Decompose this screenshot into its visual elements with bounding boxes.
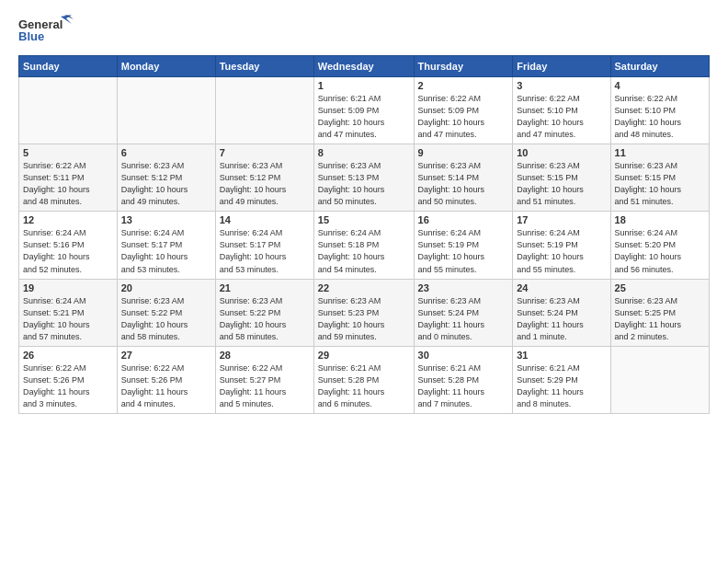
day-number: 25 <box>615 282 705 293</box>
calendar-cell: 30Sunrise: 6:21 AM Sunset: 5:28 PM Dayli… <box>414 346 513 413</box>
day-number: 11 <box>615 147 705 158</box>
day-number: 22 <box>318 282 410 293</box>
calendar-cell: 21Sunrise: 6:23 AM Sunset: 5:22 PM Dayli… <box>215 279 313 346</box>
week-row-2: 5Sunrise: 6:22 AM Sunset: 5:11 PM Daylig… <box>19 144 710 212</box>
day-info: Sunrise: 6:24 AM Sunset: 5:19 PM Dayligh… <box>517 227 606 275</box>
day-info: Sunrise: 6:23 AM Sunset: 5:23 PM Dayligh… <box>318 295 410 343</box>
logo-svg: GeneralBlue <box>18 15 74 48</box>
calendar-cell: 2Sunrise: 6:22 AM Sunset: 5:09 PM Daylig… <box>414 77 513 144</box>
day-number: 9 <box>418 147 509 158</box>
calendar-cell: 19Sunrise: 6:24 AM Sunset: 5:21 PM Dayli… <box>19 279 118 346</box>
day-number: 16 <box>418 214 509 225</box>
day-info: Sunrise: 6:23 AM Sunset: 5:12 PM Dayligh… <box>220 160 310 208</box>
day-info: Sunrise: 6:24 AM Sunset: 5:17 PM Dayligh… <box>220 227 310 275</box>
day-number: 3 <box>517 80 606 91</box>
day-info: Sunrise: 6:24 AM Sunset: 5:21 PM Dayligh… <box>23 295 113 343</box>
day-info: Sunrise: 6:23 AM Sunset: 5:15 PM Dayligh… <box>615 160 705 208</box>
weekday-header-tuesday: Tuesday <box>215 56 313 77</box>
day-info: Sunrise: 6:23 AM Sunset: 5:24 PM Dayligh… <box>517 295 606 343</box>
calendar-cell <box>19 77 118 144</box>
day-number: 14 <box>220 214 310 225</box>
calendar-cell <box>117 77 215 144</box>
calendar-cell: 12Sunrise: 6:24 AM Sunset: 5:16 PM Dayli… <box>19 212 118 279</box>
calendar-table: SundayMondayTuesdayWednesdayThursdayFrid… <box>18 55 710 414</box>
day-number: 15 <box>318 214 410 225</box>
logo: GeneralBlue <box>18 15 74 48</box>
day-number: 31 <box>517 350 606 361</box>
day-number: 29 <box>318 350 410 361</box>
day-number: 26 <box>23 350 113 361</box>
calendar-cell: 13Sunrise: 6:24 AM Sunset: 5:17 PM Dayli… <box>117 212 215 279</box>
calendar-cell <box>215 77 313 144</box>
day-info: Sunrise: 6:23 AM Sunset: 5:13 PM Dayligh… <box>318 160 410 208</box>
day-number: 21 <box>220 282 310 293</box>
day-number: 2 <box>418 80 509 91</box>
day-info: Sunrise: 6:23 AM Sunset: 5:14 PM Dayligh… <box>418 160 509 208</box>
day-info: Sunrise: 6:22 AM Sunset: 5:26 PM Dayligh… <box>121 362 211 410</box>
calendar-cell: 9Sunrise: 6:23 AM Sunset: 5:14 PM Daylig… <box>414 144 513 212</box>
day-info: Sunrise: 6:22 AM Sunset: 5:10 PM Dayligh… <box>615 93 705 141</box>
calendar-cell: 10Sunrise: 6:23 AM Sunset: 5:15 PM Dayli… <box>513 144 610 212</box>
day-number: 17 <box>517 214 606 225</box>
calendar-cell: 15Sunrise: 6:24 AM Sunset: 5:18 PM Dayli… <box>313 212 414 279</box>
day-info: Sunrise: 6:24 AM Sunset: 5:20 PM Dayligh… <box>615 227 705 275</box>
day-info: Sunrise: 6:23 AM Sunset: 5:12 PM Dayligh… <box>121 160 211 208</box>
day-number: 28 <box>220 350 310 361</box>
day-number: 23 <box>418 282 509 293</box>
calendar-cell: 8Sunrise: 6:23 AM Sunset: 5:13 PM Daylig… <box>313 144 414 212</box>
day-number: 7 <box>220 147 310 158</box>
calendar-cell: 27Sunrise: 6:22 AM Sunset: 5:26 PM Dayli… <box>117 346 215 413</box>
day-info: Sunrise: 6:22 AM Sunset: 5:26 PM Dayligh… <box>23 362 113 410</box>
day-info: Sunrise: 6:24 AM Sunset: 5:17 PM Dayligh… <box>121 227 211 275</box>
calendar-cell: 7Sunrise: 6:23 AM Sunset: 5:12 PM Daylig… <box>215 144 313 212</box>
day-info: Sunrise: 6:23 AM Sunset: 5:15 PM Dayligh… <box>517 160 606 208</box>
calendar-cell: 22Sunrise: 6:23 AM Sunset: 5:23 PM Dayli… <box>313 279 414 346</box>
calendar-cell: 20Sunrise: 6:23 AM Sunset: 5:22 PM Dayli… <box>117 279 215 346</box>
day-info: Sunrise: 6:22 AM Sunset: 5:09 PM Dayligh… <box>418 93 509 141</box>
calendar-cell: 5Sunrise: 6:22 AM Sunset: 5:11 PM Daylig… <box>19 144 118 212</box>
calendar-cell: 17Sunrise: 6:24 AM Sunset: 5:19 PM Dayli… <box>513 212 610 279</box>
day-number: 1 <box>318 80 410 91</box>
calendar-cell: 4Sunrise: 6:22 AM Sunset: 5:10 PM Daylig… <box>610 77 709 144</box>
day-info: Sunrise: 6:24 AM Sunset: 5:16 PM Dayligh… <box>23 227 113 275</box>
day-info: Sunrise: 6:22 AM Sunset: 5:10 PM Dayligh… <box>517 93 606 141</box>
day-info: Sunrise: 6:21 AM Sunset: 5:09 PM Dayligh… <box>318 93 410 141</box>
week-row-1: 1Sunrise: 6:21 AM Sunset: 5:09 PM Daylig… <box>19 77 710 144</box>
calendar-cell: 6Sunrise: 6:23 AM Sunset: 5:12 PM Daylig… <box>117 144 215 212</box>
weekday-header-monday: Monday <box>117 56 215 77</box>
day-info: Sunrise: 6:22 AM Sunset: 5:11 PM Dayligh… <box>23 160 113 208</box>
week-row-3: 12Sunrise: 6:24 AM Sunset: 5:16 PM Dayli… <box>19 212 710 279</box>
calendar-cell: 29Sunrise: 6:21 AM Sunset: 5:28 PM Dayli… <box>313 346 414 413</box>
calendar-cell: 14Sunrise: 6:24 AM Sunset: 5:17 PM Dayli… <box>215 212 313 279</box>
calendar-cell: 23Sunrise: 6:23 AM Sunset: 5:24 PM Dayli… <box>414 279 513 346</box>
calendar-cell: 3Sunrise: 6:22 AM Sunset: 5:10 PM Daylig… <box>513 77 610 144</box>
weekday-header-wednesday: Wednesday <box>313 56 414 77</box>
day-number: 5 <box>23 147 113 158</box>
day-number: 18 <box>615 214 705 225</box>
day-info: Sunrise: 6:23 AM Sunset: 5:24 PM Dayligh… <box>418 295 509 343</box>
day-info: Sunrise: 6:23 AM Sunset: 5:25 PM Dayligh… <box>615 295 705 343</box>
day-info: Sunrise: 6:22 AM Sunset: 5:27 PM Dayligh… <box>220 362 310 410</box>
calendar-cell: 18Sunrise: 6:24 AM Sunset: 5:20 PM Dayli… <box>610 212 709 279</box>
week-row-4: 19Sunrise: 6:24 AM Sunset: 5:21 PM Dayli… <box>19 279 710 346</box>
weekday-header-row: SundayMondayTuesdayWednesdayThursdayFrid… <box>19 56 710 77</box>
week-row-5: 26Sunrise: 6:22 AM Sunset: 5:26 PM Dayli… <box>19 346 710 413</box>
calendar-cell: 16Sunrise: 6:24 AM Sunset: 5:19 PM Dayli… <box>414 212 513 279</box>
weekday-header-thursday: Thursday <box>414 56 513 77</box>
day-number: 13 <box>121 214 211 225</box>
weekday-header-friday: Friday <box>513 56 610 77</box>
day-number: 20 <box>121 282 211 293</box>
calendar-cell: 31Sunrise: 6:21 AM Sunset: 5:29 PM Dayli… <box>513 346 610 413</box>
calendar-cell: 26Sunrise: 6:22 AM Sunset: 5:26 PM Dayli… <box>19 346 118 413</box>
weekday-header-sunday: Sunday <box>19 56 118 77</box>
weekday-header-saturday: Saturday <box>610 56 709 77</box>
day-info: Sunrise: 6:23 AM Sunset: 5:22 PM Dayligh… <box>121 295 211 343</box>
day-number: 27 <box>121 350 211 361</box>
day-number: 30 <box>418 350 509 361</box>
day-info: Sunrise: 6:24 AM Sunset: 5:19 PM Dayligh… <box>418 227 509 275</box>
calendar-cell: 11Sunrise: 6:23 AM Sunset: 5:15 PM Dayli… <box>610 144 709 212</box>
calendar-cell <box>610 346 709 413</box>
day-number: 8 <box>318 147 410 158</box>
day-number: 4 <box>615 80 705 91</box>
day-info: Sunrise: 6:21 AM Sunset: 5:29 PM Dayligh… <box>517 362 606 410</box>
